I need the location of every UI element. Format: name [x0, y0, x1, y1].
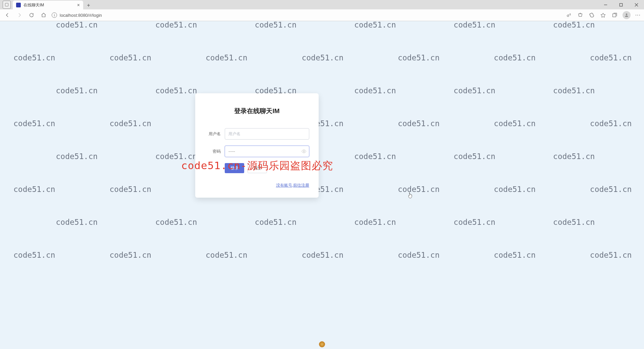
svg-rect-0	[5, 3, 8, 6]
new-tab-button[interactable]: +	[85, 1, 93, 9]
site-info-icon[interactable]: i	[52, 12, 57, 18]
url-box[interactable]: i localhost:8080/#/login	[52, 12, 561, 18]
login-card: 登录在线聊天IM 用户名 密码 登录 清空 没有账号,前往注册	[195, 93, 319, 198]
svg-rect-7	[612, 14, 615, 17]
username-label: 用户名	[205, 131, 221, 137]
password-manager-icon[interactable]	[566, 12, 572, 18]
footer-badge-icon	[319, 341, 325, 347]
nav-forward-button[interactable]	[15, 11, 23, 19]
watermark-cell: code51.cn	[453, 218, 495, 227]
nav-refresh-button[interactable]	[28, 11, 36, 19]
watermark-cell: code51.cn	[255, 21, 297, 29]
svg-point-9	[303, 151, 305, 152]
watermark-cell: code51.cn	[109, 185, 151, 194]
clear-button[interactable]: 清空	[248, 163, 267, 173]
watermark-cell: code51.cn	[398, 119, 440, 128]
watermark-cell: code51.cn	[398, 53, 440, 62]
watermark-cell: code51.cn	[302, 251, 343, 259]
button-row: 登录 清空	[225, 163, 309, 173]
watermark-cell: code51.cn	[354, 218, 396, 227]
login-button[interactable]: 登录	[225, 163, 244, 173]
tab-title: 在线聊天IM	[23, 2, 44, 8]
password-row: 密码	[205, 146, 309, 157]
url-text: localhost:8080/#/login	[60, 13, 102, 18]
window-controls	[598, 0, 644, 9]
favorites-icon[interactable]	[600, 12, 606, 18]
password-visibility-icon[interactable]	[301, 149, 307, 154]
watermark-cell: code51.cn	[590, 251, 632, 259]
watermark-cell: code51.cn	[453, 21, 495, 29]
watermark-cell: code51.cn	[494, 251, 536, 259]
username-input[interactable]	[225, 128, 309, 140]
register-link-row: 没有账号,前往注册	[205, 183, 309, 188]
watermark-cell: code51.cn	[56, 21, 98, 29]
watermark-cell: code51.cn	[56, 218, 98, 227]
watermark-cell: code51.cn	[206, 251, 248, 259]
watermark-cell: code51.cn	[398, 251, 440, 259]
cursor-icon	[408, 192, 413, 198]
collections-icon[interactable]	[611, 12, 618, 18]
watermark-cell: code51.cn	[354, 152, 396, 161]
watermark-cell: code51.cn	[453, 86, 495, 95]
login-title: 登录在线聊天IM	[205, 107, 309, 115]
watermark-cell: code51.cn	[553, 152, 595, 161]
watermark-cell: code51.cn	[155, 152, 197, 161]
extensions-icon[interactable]	[588, 12, 595, 18]
svg-point-5	[567, 15, 569, 16]
watermark-cell: code51.cn	[56, 152, 98, 161]
watermark-cell: code51.cn	[155, 86, 197, 95]
watermark-cell: code51.cn	[354, 21, 396, 29]
watermark-cell: code51.cn	[553, 86, 595, 95]
watermark-cell: code51.cn	[155, 21, 197, 29]
nav-back-button[interactable]	[3, 11, 11, 19]
favicon-icon	[16, 3, 21, 7]
page-viewport: code51.cncode51.cncode51.cncode51.cncode…	[0, 21, 644, 349]
window-minimize-button[interactable]	[598, 0, 613, 9]
watermark-layer: code51.cncode51.cncode51.cncode51.cncode…	[0, 21, 644, 349]
watermark-cell: code51.cn	[494, 53, 536, 62]
profile-avatar[interactable]	[623, 11, 631, 19]
svg-marker-6	[601, 13, 605, 17]
nav-home-button[interactable]	[40, 11, 48, 19]
watermark-cell: code51.cn	[553, 21, 595, 29]
tab-bar: 在线聊天IM × +	[0, 0, 644, 9]
watermark-cell: code51.cn	[398, 185, 440, 194]
watermark-cell: code51.cn	[206, 53, 248, 62]
watermark-cell: code51.cn	[13, 53, 55, 62]
toolbar-right: ···	[566, 11, 641, 19]
more-menu-button[interactable]: ···	[635, 12, 641, 18]
shopping-icon[interactable]	[577, 12, 584, 18]
watermark-cell: code51.cn	[494, 185, 536, 194]
tab-close-button[interactable]: ×	[77, 2, 80, 8]
watermark-cell: code51.cn	[109, 119, 151, 128]
watermark-cell: code51.cn	[155, 218, 197, 227]
password-label: 密码	[205, 149, 221, 154]
watermark-cell: code51.cn	[109, 251, 151, 259]
watermark-cell: code51.cn	[13, 119, 55, 128]
browser-tab[interactable]: 在线聊天IM ×	[13, 1, 83, 9]
watermark-cell: code51.cn	[590, 119, 632, 128]
watermark-cell: code51.cn	[590, 185, 632, 194]
password-input[interactable]	[225, 146, 309, 157]
window-maximize-button[interactable]	[613, 0, 629, 9]
watermark-cell: code51.cn	[13, 251, 55, 259]
browser-chrome: 在线聊天IM × + i localhost:8080/#/login ···	[0, 0, 644, 21]
watermark-cell: code51.cn	[302, 53, 343, 62]
watermark-cell: code51.cn	[354, 86, 396, 95]
watermark-cell: code51.cn	[13, 185, 55, 194]
watermark-cell: code51.cn	[553, 218, 595, 227]
watermark-cell: code51.cn	[494, 119, 536, 128]
tab-overview-button[interactable]	[3, 1, 11, 9]
username-row: 用户名	[205, 128, 309, 140]
watermark-cell: code51.cn	[590, 53, 632, 62]
watermark-cell: code51.cn	[453, 152, 495, 161]
address-bar: i localhost:8080/#/login ···	[0, 9, 644, 21]
register-link[interactable]: 没有账号,前往注册	[276, 183, 309, 188]
watermark-cell: code51.cn	[56, 86, 98, 95]
svg-point-8	[626, 13, 627, 15]
svg-rect-2	[620, 3, 622, 6]
window-close-button[interactable]	[629, 0, 644, 9]
watermark-cell: code51.cn	[255, 218, 297, 227]
watermark-cell: code51.cn	[109, 53, 151, 62]
